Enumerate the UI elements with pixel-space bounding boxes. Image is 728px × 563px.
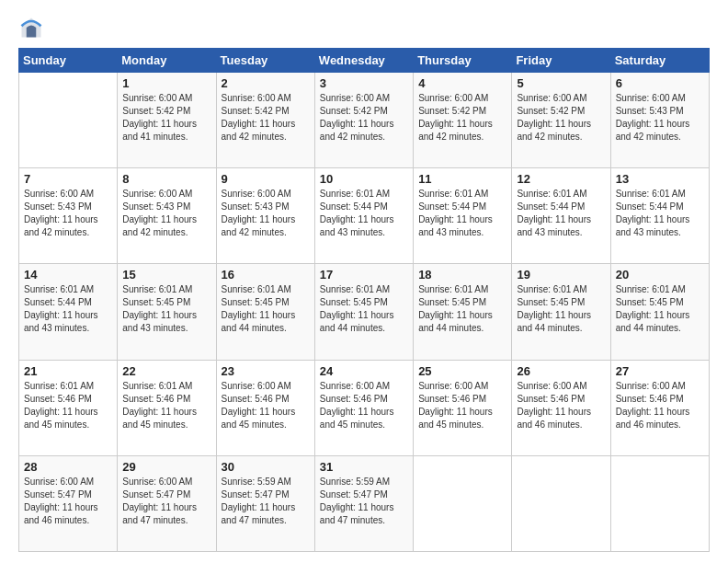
- calendar-cell: 17Sunrise: 6:01 AM Sunset: 5:45 PM Dayli…: [314, 264, 413, 360]
- calendar-cell: 8Sunrise: 6:00 AM Sunset: 5:43 PM Daylig…: [118, 168, 216, 264]
- day-number: 27: [616, 364, 704, 378]
- calendar-cell: 29Sunrise: 6:00 AM Sunset: 5:47 PM Dayli…: [118, 455, 216, 551]
- day-info: Sunrise: 6:00 AM Sunset: 5:42 PM Dayligh…: [320, 92, 408, 144]
- day-info: Sunrise: 6:00 AM Sunset: 5:42 PM Dayligh…: [517, 92, 605, 144]
- day-number: 24: [320, 364, 408, 378]
- day-number: 4: [418, 76, 506, 90]
- calendar-cell: 25Sunrise: 6:00 AM Sunset: 5:46 PM Dayli…: [414, 360, 512, 455]
- day-info: Sunrise: 6:01 AM Sunset: 5:44 PM Dayligh…: [418, 188, 506, 239]
- calendar-week-row: 1Sunrise: 6:00 AM Sunset: 5:42 PM Daylig…: [19, 73, 710, 168]
- logo: [18, 15, 48, 40]
- day-number: 1: [122, 76, 210, 90]
- calendar-cell: [414, 455, 512, 551]
- day-number: 13: [616, 172, 704, 186]
- calendar-cell: [512, 455, 610, 551]
- calendar-cell: 20Sunrise: 6:01 AM Sunset: 5:45 PM Dayli…: [610, 264, 709, 360]
- day-number: 20: [616, 268, 704, 282]
- day-number: 31: [320, 460, 408, 474]
- calendar-cell: 24Sunrise: 6:00 AM Sunset: 5:46 PM Dayli…: [314, 360, 413, 455]
- calendar-cell: [19, 73, 118, 168]
- day-info: Sunrise: 6:01 AM Sunset: 5:45 PM Dayligh…: [122, 283, 210, 335]
- header-day: Saturday: [610, 49, 709, 73]
- day-number: 22: [122, 364, 210, 378]
- day-number: 7: [24, 172, 112, 186]
- day-info: Sunrise: 6:00 AM Sunset: 5:42 PM Dayligh…: [122, 92, 210, 144]
- day-info: Sunrise: 6:01 AM Sunset: 5:46 PM Dayligh…: [24, 380, 112, 431]
- day-number: 19: [517, 268, 605, 282]
- day-number: 9: [222, 172, 310, 186]
- day-info: Sunrise: 6:01 AM Sunset: 5:45 PM Dayligh…: [517, 283, 605, 335]
- logo-icon: [18, 15, 44, 40]
- day-info: Sunrise: 6:00 AM Sunset: 5:47 PM Dayligh…: [122, 476, 210, 527]
- day-info: Sunrise: 6:01 AM Sunset: 5:46 PM Dayligh…: [122, 380, 210, 431]
- day-info: Sunrise: 6:01 AM Sunset: 5:45 PM Dayligh…: [616, 283, 704, 335]
- header: [18, 15, 710, 40]
- day-info: Sunrise: 5:59 AM Sunset: 5:47 PM Dayligh…: [320, 476, 408, 527]
- page: SundayMondayTuesdayWednesdayThursdayFrid…: [0, 0, 728, 563]
- header-day: Wednesday: [314, 49, 413, 73]
- day-info: Sunrise: 6:00 AM Sunset: 5:46 PM Dayligh…: [320, 380, 408, 431]
- day-info: Sunrise: 6:00 AM Sunset: 5:47 PM Dayligh…: [24, 476, 112, 527]
- day-info: Sunrise: 6:00 AM Sunset: 5:43 PM Dayligh…: [24, 188, 112, 239]
- day-number: 17: [320, 268, 408, 282]
- calendar-cell: 31Sunrise: 5:59 AM Sunset: 5:47 PM Dayli…: [314, 455, 413, 551]
- day-number: 8: [122, 172, 210, 186]
- day-number: 12: [517, 172, 605, 186]
- calendar-cell: 28Sunrise: 6:00 AM Sunset: 5:47 PM Dayli…: [19, 455, 118, 551]
- header-day: Tuesday: [216, 49, 314, 73]
- day-number: 25: [418, 364, 506, 378]
- day-number: 18: [418, 268, 506, 282]
- day-info: Sunrise: 6:01 AM Sunset: 5:45 PM Dayligh…: [320, 283, 408, 335]
- day-info: Sunrise: 5:59 AM Sunset: 5:47 PM Dayligh…: [222, 476, 310, 527]
- day-number: 16: [222, 268, 310, 282]
- day-number: 10: [320, 172, 408, 186]
- day-info: Sunrise: 6:00 AM Sunset: 5:43 PM Dayligh…: [616, 92, 704, 144]
- day-number: 11: [418, 172, 506, 186]
- day-number: 3: [320, 76, 408, 90]
- day-number: 21: [24, 364, 112, 378]
- day-number: 14: [24, 268, 112, 282]
- calendar-cell: 9Sunrise: 6:00 AM Sunset: 5:43 PM Daylig…: [216, 168, 314, 264]
- day-info: Sunrise: 6:00 AM Sunset: 5:46 PM Dayligh…: [517, 380, 605, 431]
- calendar-cell: 21Sunrise: 6:01 AM Sunset: 5:46 PM Dayli…: [19, 360, 118, 455]
- calendar-cell: 30Sunrise: 5:59 AM Sunset: 5:47 PM Dayli…: [216, 455, 314, 551]
- day-number: 2: [222, 76, 310, 90]
- calendar-cell: 1Sunrise: 6:00 AM Sunset: 5:42 PM Daylig…: [118, 73, 216, 168]
- calendar-cell: 26Sunrise: 6:00 AM Sunset: 5:46 PM Dayli…: [512, 360, 610, 455]
- day-info: Sunrise: 6:00 AM Sunset: 5:43 PM Dayligh…: [122, 188, 210, 239]
- calendar-cell: 14Sunrise: 6:01 AM Sunset: 5:44 PM Dayli…: [19, 264, 118, 360]
- calendar-week-row: 7Sunrise: 6:00 AM Sunset: 5:43 PM Daylig…: [19, 168, 710, 264]
- day-info: Sunrise: 6:00 AM Sunset: 5:46 PM Dayligh…: [418, 380, 506, 431]
- day-info: Sunrise: 6:01 AM Sunset: 5:44 PM Dayligh…: [320, 188, 408, 239]
- header-day: Thursday: [414, 49, 512, 73]
- day-number: 28: [24, 460, 112, 474]
- calendar-cell: 4Sunrise: 6:00 AM Sunset: 5:42 PM Daylig…: [414, 73, 512, 168]
- calendar-cell: [610, 455, 709, 551]
- calendar-cell: 22Sunrise: 6:01 AM Sunset: 5:46 PM Dayli…: [118, 360, 216, 455]
- day-info: Sunrise: 6:00 AM Sunset: 5:46 PM Dayligh…: [222, 380, 310, 431]
- day-info: Sunrise: 6:00 AM Sunset: 5:42 PM Dayligh…: [222, 92, 310, 144]
- calendar-body: 1Sunrise: 6:00 AM Sunset: 5:42 PM Daylig…: [19, 73, 710, 552]
- calendar-header: SundayMondayTuesdayWednesdayThursdayFrid…: [19, 49, 710, 73]
- calendar-cell: 10Sunrise: 6:01 AM Sunset: 5:44 PM Dayli…: [314, 168, 413, 264]
- day-number: 26: [517, 364, 605, 378]
- calendar-cell: 7Sunrise: 6:00 AM Sunset: 5:43 PM Daylig…: [19, 168, 118, 264]
- day-info: Sunrise: 6:01 AM Sunset: 5:44 PM Dayligh…: [616, 188, 704, 239]
- calendar-cell: 2Sunrise: 6:00 AM Sunset: 5:42 PM Daylig…: [216, 73, 314, 168]
- day-number: 23: [222, 364, 310, 378]
- calendar-cell: 12Sunrise: 6:01 AM Sunset: 5:44 PM Dayli…: [512, 168, 610, 264]
- header-row: SundayMondayTuesdayWednesdayThursdayFrid…: [19, 49, 710, 73]
- day-number: 30: [222, 460, 310, 474]
- calendar-cell: 27Sunrise: 6:00 AM Sunset: 5:46 PM Dayli…: [610, 360, 709, 455]
- calendar-cell: 6Sunrise: 6:00 AM Sunset: 5:43 PM Daylig…: [610, 73, 709, 168]
- calendar-cell: 11Sunrise: 6:01 AM Sunset: 5:44 PM Dayli…: [414, 168, 512, 264]
- header-day: Monday: [118, 49, 216, 73]
- calendar-cell: 23Sunrise: 6:00 AM Sunset: 5:46 PM Dayli…: [216, 360, 314, 455]
- day-info: Sunrise: 6:01 AM Sunset: 5:44 PM Dayligh…: [517, 188, 605, 239]
- day-info: Sunrise: 6:00 AM Sunset: 5:43 PM Dayligh…: [222, 188, 310, 239]
- calendar-cell: 15Sunrise: 6:01 AM Sunset: 5:45 PM Dayli…: [118, 264, 216, 360]
- day-info: Sunrise: 6:01 AM Sunset: 5:44 PM Dayligh…: [24, 283, 112, 335]
- day-info: Sunrise: 6:00 AM Sunset: 5:46 PM Dayligh…: [616, 380, 704, 431]
- calendar-cell: 5Sunrise: 6:00 AM Sunset: 5:42 PM Daylig…: [512, 73, 610, 168]
- header-day: Sunday: [19, 49, 118, 73]
